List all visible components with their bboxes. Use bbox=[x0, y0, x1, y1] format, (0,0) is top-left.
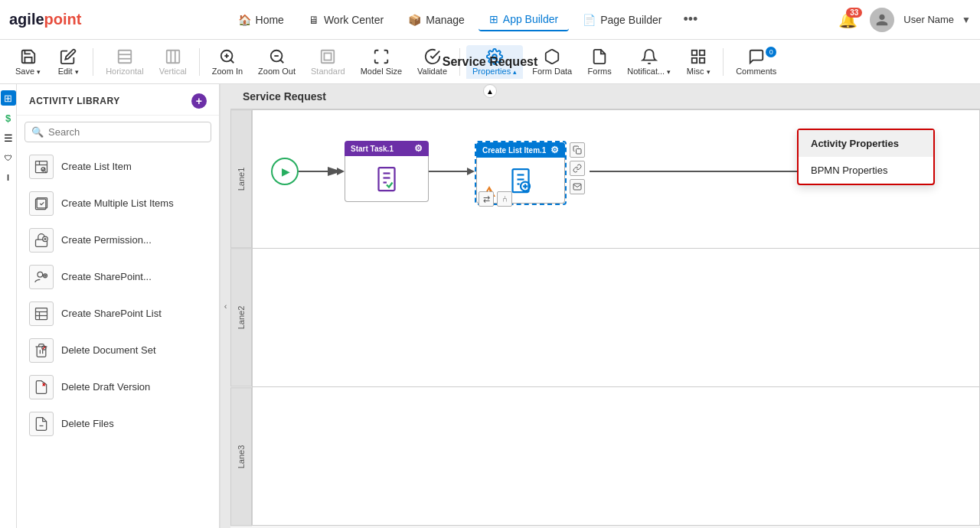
side-action-mail[interactable] bbox=[570, 179, 585, 194]
sidebar-icon-list[interactable]: ☰ bbox=[1, 130, 16, 145]
user-menu-chevron[interactable]: ▼ bbox=[962, 15, 971, 25]
standard-label: Standard bbox=[311, 67, 345, 76]
library-add-button[interactable]: + bbox=[191, 93, 207, 109]
lib-item-label-delete-doc: Delete Document Set bbox=[61, 344, 156, 357]
horizontal-label: Horizontal bbox=[106, 67, 144, 76]
search-icon: 🔍 bbox=[31, 126, 44, 138]
model-size-button[interactable]: Model Size bbox=[354, 45, 408, 79]
svg-point-32 bbox=[38, 272, 43, 277]
nav-workcenter[interactable]: 🖥 Work Center bbox=[298, 9, 394, 31]
search-input[interactable] bbox=[48, 126, 204, 138]
zoom-out-icon bbox=[269, 48, 286, 65]
lib-item-delete-doc-set[interactable]: Delete Document Set bbox=[17, 332, 219, 369]
nav-pagebuilder[interactable]: 📄 Page Builder bbox=[572, 9, 672, 31]
start-task-gear[interactable]: ⚙ bbox=[414, 143, 423, 154]
lib-item-icon-create-multiple bbox=[29, 191, 54, 216]
lib-item-label-create-multiple: Create Multiple List Items bbox=[61, 197, 174, 210]
create-list-gear[interactable]: ⚙ bbox=[550, 145, 559, 155]
create-list-label: Create List Item.1 bbox=[482, 146, 546, 155]
form-data-label: Form Data bbox=[532, 67, 572, 76]
lib-item-create-sp-list[interactable]: Create SharePoint List bbox=[17, 295, 219, 332]
svg-rect-3 bbox=[166, 50, 179, 63]
horizontal-icon bbox=[116, 48, 133, 65]
edit-button[interactable]: Edit ▾ bbox=[50, 45, 87, 79]
start-task-label: Start Task.1 bbox=[351, 145, 394, 153]
save-label: Save ▾ bbox=[15, 67, 41, 76]
library-header: Activity Library + bbox=[17, 84, 219, 116]
warning-exclamation: ! bbox=[488, 188, 490, 196]
library-items: Create List Item Create Multiple List It… bbox=[17, 148, 219, 528]
nav-right: 🔔 33 User Name ▼ bbox=[832, 8, 971, 32]
side-action-link[interactable] bbox=[570, 161, 585, 176]
toolbar: Service Request Save ▾ Edit ▾ Horizontal… bbox=[0, 40, 980, 84]
notification-badge: 33 bbox=[846, 8, 862, 18]
lib-item-delete-draft[interactable]: Delete Draft Version bbox=[17, 369, 219, 406]
comments-badge: 0 bbox=[766, 47, 776, 57]
toolbar-collapse-button[interactable]: ▲ bbox=[483, 84, 497, 98]
sidebar-icon-tag[interactable]: I bbox=[1, 170, 16, 185]
svg-rect-0 bbox=[119, 50, 132, 63]
dropdown-activity-properties[interactable]: Activity Properties bbox=[799, 130, 933, 157]
app-logo[interactable]: agilepoint bbox=[9, 11, 81, 28]
sidebar-icon-shield[interactable]: 🛡 bbox=[1, 150, 16, 165]
svg-line-11 bbox=[280, 60, 283, 63]
lane-3[interactable] bbox=[252, 387, 980, 526]
save-icon bbox=[20, 48, 37, 65]
dropdown-bpmn-properties[interactable]: BPMN Properties bbox=[799, 157, 933, 184]
start-task-node[interactable]: Start Task.1 ⚙ bbox=[345, 141, 429, 202]
nav-more[interactable]: ••• bbox=[675, 7, 705, 32]
create-list-task-node[interactable]: Create List Item.1 ⚙ ! bbox=[475, 141, 567, 205]
lane-label-3: Lane3 bbox=[230, 387, 252, 526]
lib-item-icon-create-permission bbox=[29, 228, 54, 253]
nav-home[interactable]: 🏠 Home bbox=[227, 9, 295, 31]
save-button[interactable]: Save ▾ bbox=[9, 45, 47, 79]
vertical-button[interactable]: Vertical bbox=[153, 45, 193, 79]
zoom-out-button[interactable]: Zoom Out bbox=[252, 45, 302, 79]
zoom-in-button[interactable]: Zoom In bbox=[206, 45, 249, 79]
svg-rect-36 bbox=[36, 308, 47, 320]
zoom-in-label: Zoom In bbox=[212, 67, 243, 76]
svg-rect-17 bbox=[700, 50, 704, 54]
vertical-icon bbox=[165, 48, 181, 65]
sidebar-collapse-handle[interactable]: ‹ bbox=[220, 84, 230, 528]
nav-manage[interactable]: 📦 Manage bbox=[397, 9, 475, 31]
svg-rect-20 bbox=[36, 161, 47, 173]
lib-item-create-list-item[interactable]: Create List Item bbox=[17, 148, 219, 185]
notifications-button[interactable]: 🔔 33 bbox=[832, 8, 864, 32]
main-layout: ⊞ $ ☰ 🛡 I Activity Library + 🔍 Create Li… bbox=[0, 84, 980, 528]
lib-item-create-permission[interactable]: Create Permission... bbox=[17, 222, 219, 259]
standard-button[interactable]: Standard bbox=[305, 45, 351, 79]
sidebar-icon-dollar[interactable]: $ bbox=[1, 110, 16, 125]
svg-rect-13 bbox=[322, 50, 335, 63]
nav-appbuilder[interactable]: ⊞ App Builder bbox=[479, 8, 569, 31]
lane-2[interactable] bbox=[252, 249, 980, 387]
zoom-out-label: Zoom Out bbox=[258, 67, 296, 76]
lib-item-icon-delete-draft bbox=[29, 375, 54, 399]
comments-icon bbox=[748, 48, 765, 65]
svg-rect-19 bbox=[692, 57, 697, 62]
misc-button[interactable]: Misc ▾ bbox=[680, 45, 717, 79]
comments-button[interactable]: 0 Comments bbox=[730, 45, 782, 79]
side-action-copy[interactable] bbox=[570, 142, 585, 158]
edit-label: Edit ▾ bbox=[58, 67, 79, 76]
start-event[interactable] bbox=[271, 158, 299, 185]
lib-item-create-multiple[interactable]: Create Multiple List Items bbox=[17, 185, 219, 222]
sidebar-icon-grid[interactable]: ⊞ bbox=[1, 90, 16, 106]
notifications-toolbar-button[interactable]: Notificat... ▾ bbox=[621, 45, 677, 79]
model-size-icon bbox=[373, 48, 390, 65]
user-avatar[interactable] bbox=[870, 8, 894, 32]
bottom-action-swap[interactable]: ⇄ bbox=[479, 191, 494, 207]
create-list-icon bbox=[507, 167, 534, 194]
notification-icon bbox=[641, 48, 658, 65]
lib-item-create-sharepoint[interactable]: Create SharePoint... bbox=[17, 259, 219, 295]
validate-icon bbox=[424, 48, 441, 65]
box-icon: 📦 bbox=[408, 14, 421, 26]
misc-icon bbox=[690, 48, 707, 65]
svg-marker-51 bbox=[337, 168, 345, 175]
horizontal-button[interactable]: Horizontal bbox=[100, 45, 150, 79]
bottom-action-branch[interactable]: ⑃ bbox=[497, 191, 512, 207]
forms-button[interactable]: Forms bbox=[581, 45, 618, 79]
user-name: User Name bbox=[903, 14, 954, 25]
lib-item-delete-files[interactable]: Delete Files bbox=[17, 406, 219, 442]
lib-item-icon-create-sp-list bbox=[29, 301, 54, 326]
